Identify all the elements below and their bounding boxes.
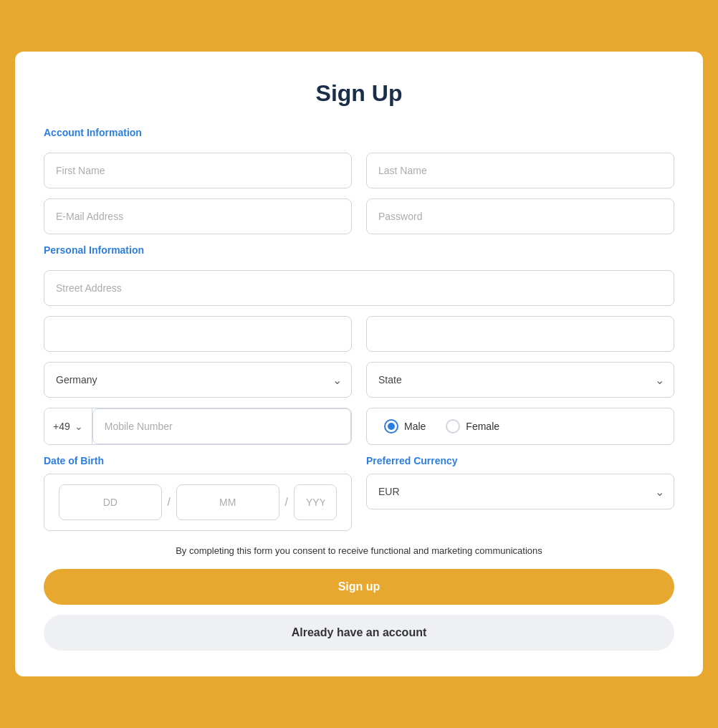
- phone-gender-row: +49 ⌄ Male Female: [44, 408, 674, 445]
- zip-group: 60313: [366, 316, 674, 352]
- phone-code-selector[interactable]: +49 ⌄: [44, 408, 92, 444]
- country-state-row: Germany USA UK France ⌄ State Bavaria Be…: [44, 362, 674, 398]
- male-radio-button[interactable]: [384, 419, 398, 434]
- street-group: [44, 270, 674, 306]
- password-group: [366, 198, 674, 234]
- dob-col: Date of Birth / /: [44, 455, 352, 531]
- password-input[interactable]: [366, 198, 674, 234]
- name-row: [44, 153, 674, 188]
- dob-currency-row: Date of Birth / / Preferred Currency EUR…: [44, 455, 674, 531]
- personal-section-label: Personal Information: [44, 244, 674, 256]
- first-name-group: [44, 153, 352, 188]
- currency-select[interactable]: EUR USD GBP: [366, 474, 674, 509]
- female-radio-button[interactable]: [446, 419, 460, 434]
- country-select[interactable]: Germany USA UK France: [44, 362, 352, 398]
- phone-code-chevron-icon: ⌄: [75, 421, 83, 432]
- account-section-label: Account Information: [44, 127, 674, 138]
- country-select-wrapper: Germany USA UK France ⌄: [44, 362, 352, 398]
- email-input[interactable]: [44, 198, 352, 234]
- email-group: [44, 198, 352, 234]
- street-row: [44, 270, 674, 306]
- already-account-button[interactable]: Already have an account: [44, 615, 674, 651]
- gender-group: Male Female: [366, 408, 674, 445]
- phone-input[interactable]: [92, 408, 351, 444]
- email-password-row: [44, 198, 674, 234]
- country-group: Germany USA UK France ⌄: [44, 362, 352, 398]
- dob-month-input[interactable]: [176, 484, 279, 520]
- signup-card: Sign Up Account Information Personal Inf…: [15, 52, 703, 676]
- city-group: Frankfurt am Main: [44, 316, 352, 352]
- zip-input[interactable]: 60313: [366, 316, 674, 352]
- female-label: Female: [466, 421, 499, 432]
- gender-female-option[interactable]: Female: [446, 419, 499, 434]
- street-input[interactable]: [44, 270, 674, 306]
- male-label: Male: [404, 421, 426, 432]
- last-name-group: [366, 153, 674, 188]
- currency-select-wrapper: EUR USD GBP ⌄: [366, 474, 674, 509]
- state-select[interactable]: State Bavaria Berlin Hesse: [366, 362, 674, 398]
- city-zip-row: Frankfurt am Main 60313: [44, 316, 674, 352]
- consent-text: By completing this form you consent to r…: [44, 545, 674, 556]
- page-title: Sign Up: [44, 80, 674, 107]
- currency-label: Preferred Currency: [366, 455, 674, 466]
- dob-day-input[interactable]: [59, 484, 162, 520]
- dob-year-input[interactable]: [294, 484, 337, 520]
- gender-male-option[interactable]: Male: [384, 419, 426, 434]
- dob-fields: / /: [44, 474, 352, 531]
- dob-sep-2: /: [285, 496, 288, 509]
- first-name-input[interactable]: [44, 153, 352, 188]
- dob-label: Date of Birth: [44, 455, 352, 466]
- dob-sep-1: /: [168, 496, 171, 509]
- city-input[interactable]: Frankfurt am Main: [44, 316, 352, 352]
- signup-button[interactable]: Sign up: [44, 569, 674, 605]
- phone-group: +49 ⌄: [44, 408, 352, 445]
- phone-row-wrapper: +49 ⌄: [44, 408, 352, 445]
- state-select-wrapper: State Bavaria Berlin Hesse ⌄: [366, 362, 674, 398]
- gender-options: Male Female: [366, 408, 674, 445]
- state-group: State Bavaria Berlin Hesse ⌄: [366, 362, 674, 398]
- phone-code-value: +49: [53, 421, 70, 432]
- currency-col: Preferred Currency EUR USD GBP ⌄: [366, 455, 674, 531]
- last-name-input[interactable]: [366, 153, 674, 188]
